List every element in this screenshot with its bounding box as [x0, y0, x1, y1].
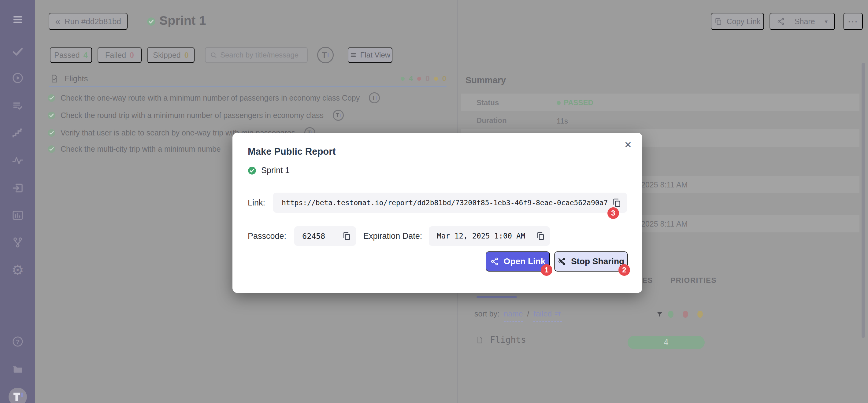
legend-passed-dot[interactable] [668, 311, 674, 318]
analytics-pulse-icon[interactable] [0, 154, 35, 167]
open-link-button[interactable]: Open Link 1 [486, 251, 550, 272]
run-status-check-icon [147, 17, 156, 27]
test-tms-badge-icon[interactable]: T [369, 92, 380, 103]
filter-passed-chip[interactable]: Passed 4 [50, 47, 92, 63]
passcode-field[interactable]: 62458 [294, 226, 356, 246]
legend-skipped-dot[interactable] [698, 311, 703, 318]
milestones-stairs-icon[interactable] [0, 127, 35, 140]
search-box[interactable] [205, 47, 308, 63]
link-field[interactable]: https://beta.testomat.io/report/dd2b81bd… [273, 193, 627, 213]
summary-date-value: 2025 8:11 AM [641, 220, 687, 228]
skipped-label: Skipped [153, 51, 181, 60]
logo-icon[interactable] [0, 387, 35, 403]
expiration-label: Expiration Date: [363, 231, 422, 241]
filter-funnel-icon[interactable] [656, 310, 664, 320]
skipped-count: 0 [184, 51, 189, 60]
back-to-run-button[interactable]: « Run #dd2b81bd [49, 13, 128, 30]
suite-failed-count: 0 [426, 74, 429, 83]
page-title: Sprint 1 [159, 13, 206, 28]
test-title: Check the round trip with a minimum numb… [61, 111, 323, 120]
modal-actions: Open Link 1 Stop Sharing 2 [486, 251, 628, 272]
t-accent [328, 53, 329, 57]
branches-icon[interactable] [0, 236, 35, 249]
suite-row[interactable]: Flights 4 0 0 [50, 71, 446, 86]
suite-progress-bar[interactable]: 4 [628, 336, 705, 349]
test-tms-badge-icon[interactable]: T [333, 110, 344, 121]
more-actions-button[interactable]: ⋯ [843, 13, 863, 30]
copy-expiration-icon[interactable] [536, 231, 545, 241]
scrollbar-thumb[interactable] [862, 63, 865, 338]
filter-skipped-chip[interactable]: Skipped 0 [147, 47, 194, 63]
tests-check-icon[interactable] [0, 45, 35, 58]
expiration-value: Mar 12, 2025 1:00 AM [437, 232, 525, 240]
copy-link-label: Copy Link [726, 17, 760, 26]
failed-label: Failed [105, 51, 126, 60]
test-row[interactable]: Check the multi-city trip with a minimum… [48, 145, 221, 154]
stop-sharing-button[interactable]: Stop Sharing 2 [554, 251, 628, 272]
gear-glyph: ⚙ [11, 263, 24, 277]
search-input[interactable] [220, 51, 315, 59]
active-tab-underline [476, 296, 517, 298]
tab-priorities[interactable]: PRIORITIES [671, 276, 717, 285]
share-button[interactable]: Share ▾ [770, 13, 835, 30]
test-row[interactable]: Check the one-way route with a minimum n… [48, 92, 380, 103]
copy-icon [714, 18, 722, 25]
test-row[interactable]: Check the round trip with a minimum numb… [48, 110, 344, 121]
share-off-icon [558, 257, 566, 266]
projects-folders-icon[interactable] [0, 363, 35, 375]
sort-by-label: sort by: [474, 309, 499, 318]
sort-separator: / [527, 309, 529, 318]
copy-link-button[interactable]: Copy Link [711, 13, 764, 30]
copy-link-url-icon[interactable] [612, 198, 621, 208]
suite-skipped-count: 0 [442, 74, 446, 83]
copy-passcode-icon[interactable] [342, 231, 351, 241]
help-icon[interactable]: ? [0, 335, 35, 348]
app-screen: ⚙ ? « Run #dd2b81bd Sprint 1 Copy Link S… [0, 0, 868, 403]
step-badge-2: 2 [618, 264, 630, 276]
settings-gear-icon[interactable]: ⚙ [0, 263, 35, 277]
stop-sharing-label: Stop Sharing [571, 256, 624, 266]
flat-view-button[interactable]: Flat View [348, 47, 393, 63]
modal-run-row: Sprint 1 [248, 166, 290, 175]
sort-by-name-link[interactable]: name [504, 309, 523, 322]
suite-file-icon [50, 74, 59, 84]
test-title: Check the one-way route with a minimum n… [61, 94, 360, 102]
svg-text:?: ? [16, 339, 19, 345]
link-label: Link: [248, 198, 265, 208]
filter-failed-chip[interactable]: Failed 0 [98, 47, 142, 63]
search-icon [210, 51, 217, 59]
test-passed-icon [48, 145, 56, 153]
passcode-row: Passcode: 62458 Expiration Date: Mar 12,… [248, 226, 550, 246]
legend-failed-dot[interactable] [683, 311, 688, 318]
sort-by-failed-link[interactable]: failed [533, 309, 562, 322]
reports-chart-icon[interactable] [0, 209, 35, 221]
share-icon [490, 257, 499, 266]
step-badge-3: 3 [608, 207, 619, 219]
test-passed-icon [48, 94, 56, 102]
menu-icon[interactable] [0, 13, 35, 26]
passcode-value: 62458 [302, 232, 325, 241]
back-to-run-label: Run #dd2b81bd [65, 17, 121, 26]
suite-name: Flights [65, 74, 88, 84]
t-accent [376, 96, 377, 100]
expiration-field[interactable]: Mar 12, 2025 1:00 AM [429, 226, 550, 246]
status-dot [557, 101, 561, 105]
runs-play-icon[interactable] [0, 72, 35, 84]
summary-title: Summary [465, 75, 506, 85]
close-icon[interactable]: ✕ [624, 140, 632, 150]
test-passed-icon [48, 111, 56, 120]
summary-date-value: 2025 8:11 AM [641, 180, 687, 189]
summary-row-status: Status PASSED [461, 94, 860, 111]
passed-dot [401, 77, 405, 81]
testomat-mark-icon[interactable]: T [317, 47, 334, 63]
duration-value: 11s [557, 117, 568, 125]
import-icon[interactable] [0, 182, 35, 194]
modal-run-name: Sprint 1 [261, 166, 290, 175]
suite-progress-row[interactable]: Flights [476, 335, 526, 345]
test-plans-icon[interactable] [0, 100, 35, 112]
tab-suites-fragment[interactable]: ES [642, 276, 653, 285]
sort-failed-label: failed [533, 309, 552, 318]
skipped-dot [434, 77, 438, 81]
status-value: PASSED [557, 98, 593, 107]
passed-label: Passed [54, 51, 80, 60]
